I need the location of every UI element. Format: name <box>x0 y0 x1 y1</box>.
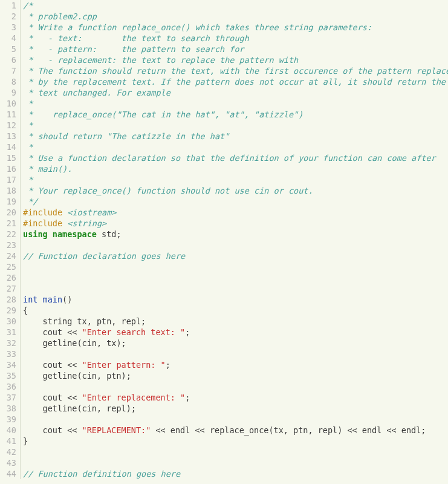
line-number: 14 <box>0 142 16 152</box>
code-token: * Your replace_once() function should no… <box>23 186 313 195</box>
code-line: // Function declaration goes here <box>23 250 448 261</box>
line-number: 24 <box>0 250 16 261</box>
line-number: 16 <box>0 163 16 174</box>
code-token: * text unchanged. For example <box>23 88 170 97</box>
code-token: * main(). <box>23 164 72 174</box>
code-token: "REPLACEMENT:" <box>82 425 151 435</box>
line-number: 18 <box>0 185 16 196</box>
code-line: * text unchanged. For example <box>23 87 448 98</box>
code-token: getline(cin, ptn); <box>23 371 131 381</box>
code-token: #include <box>23 218 67 228</box>
line-number: 41 <box>0 436 16 446</box>
line-number: 8 <box>0 76 16 87</box>
line-number: 26 <box>0 272 16 283</box>
line-number: 10 <box>0 98 16 109</box>
code-token: * <box>23 99 33 108</box>
code-token: getline(cin, repl); <box>23 404 136 413</box>
code-area: /* * problem2.cpp * Write a function rep… <box>21 0 448 479</box>
code-line: * Use a function declaration so that the… <box>23 152 448 163</box>
code-line: * <box>23 142 448 152</box>
code-token: using namespace <box>23 229 97 239</box>
code-line <box>23 381 448 392</box>
code-line: * main(). <box>23 163 448 174</box>
line-number: 12 <box>0 120 16 131</box>
code-editor: 1234567891011121314151617181920212223242… <box>0 0 448 479</box>
line-number: 42 <box>0 446 16 457</box>
code-line: // Function definition goes here <box>23 468 448 479</box>
line-number: 38 <box>0 403 16 414</box>
line-number: 11 <box>0 109 16 120</box>
code-token: int <box>23 295 43 304</box>
code-token: <iostream> <box>67 208 116 217</box>
code-line: } <box>23 436 448 446</box>
code-token: "Enter search text: " <box>82 327 186 337</box>
line-number: 39 <box>0 414 16 425</box>
code-token: * by the replacement text. If the patter… <box>23 77 446 87</box>
line-number: 31 <box>0 327 16 338</box>
code-token: () <box>62 295 72 304</box>
code-line: * - pattern: the pattern to search for <box>23 44 448 54</box>
code-line <box>23 272 448 283</box>
code-token: } <box>23 436 28 446</box>
code-token: #include <box>23 208 67 217</box>
code-token: cout << <box>23 360 82 370</box>
code-line: cout << "Enter pattern: "; <box>23 359 448 370</box>
code-token: string tx, ptn, repl; <box>23 316 146 326</box>
line-number: 19 <box>0 196 16 207</box>
line-number: 7 <box>0 65 16 76</box>
code-line: * <box>23 120 448 131</box>
code-token: // Function declaration goes here <box>23 251 185 261</box>
code-line: #include <iostream> <box>23 207 448 218</box>
code-line <box>23 446 448 457</box>
line-number: 17 <box>0 174 16 185</box>
code-token: <string> <box>67 218 106 228</box>
code-line: * by the replacement text. If the patter… <box>23 76 448 87</box>
code-line: */ <box>23 196 448 207</box>
code-line: * - replacement: the text to replace the… <box>23 54 448 65</box>
line-number-gutter: 1234567891011121314151617181920212223242… <box>0 0 21 479</box>
code-line <box>23 240 448 250</box>
code-line: getline(cin, tx); <box>23 338 448 348</box>
line-number: 37 <box>0 392 16 403</box>
code-line <box>23 261 448 272</box>
code-line: int main() <box>23 294 448 305</box>
line-number: 25 <box>0 261 16 272</box>
code-token: main <box>43 295 63 304</box>
code-token: ; <box>166 360 170 370</box>
line-number: 3 <box>0 22 16 33</box>
code-line <box>23 283 448 294</box>
line-number: 32 <box>0 338 16 348</box>
code-line <box>23 457 448 468</box>
code-token: cout << <box>23 393 82 402</box>
line-number: 2 <box>0 11 16 22</box>
code-line <box>23 348 448 359</box>
code-line: * The function should return the text, w… <box>23 65 448 76</box>
line-number: 23 <box>0 240 16 250</box>
line-number: 1 <box>0 0 16 11</box>
code-token: /* <box>23 1 33 10</box>
code-line: * replace_once("The cat in the hat", "at… <box>23 109 448 120</box>
code-token: ; <box>185 327 190 337</box>
line-number: 43 <box>0 457 16 468</box>
code-token: "Enter pattern: " <box>82 360 166 370</box>
code-line: * Write a function replace_once() which … <box>23 22 448 33</box>
code-line: cout << "Enter replacement: "; <box>23 392 448 403</box>
code-line: #include <string> <box>23 218 448 229</box>
code-token: * Write a function replace_once() which … <box>23 22 372 32</box>
code-line: string tx, ptn, repl; <box>23 316 448 327</box>
line-number: 9 <box>0 87 16 98</box>
code-token: << endl << replace_once(tx, ptn, repl) <… <box>151 425 426 435</box>
line-number: 20 <box>0 207 16 218</box>
line-number: 44 <box>0 468 16 479</box>
code-token: * problem2.cpp <box>23 11 97 21</box>
line-number: 35 <box>0 370 16 381</box>
line-number: 13 <box>0 131 16 142</box>
code-line: getline(cin, repl); <box>23 403 448 414</box>
code-token: * should return "The catizzle in the hat… <box>23 131 229 141</box>
code-token: { <box>23 306 28 315</box>
line-number: 5 <box>0 44 16 54</box>
line-number: 27 <box>0 283 16 294</box>
line-number: 4 <box>0 33 16 44</box>
line-number: 28 <box>0 294 16 305</box>
line-number: 33 <box>0 348 16 359</box>
